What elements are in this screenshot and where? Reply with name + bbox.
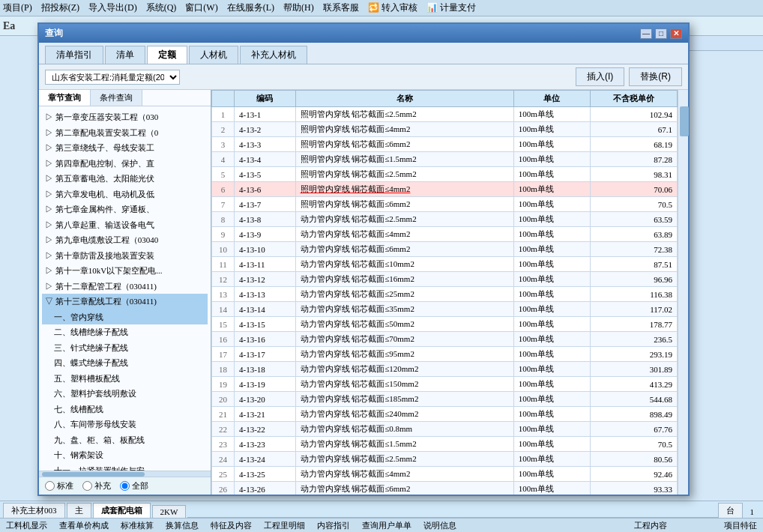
table-row[interactable]: 5 4-13-5 照明管内穿线 铜芯截面≤2.5mm2 100m单线 98.31 (212, 167, 678, 182)
cell-name[interactable]: 动力管内穿线 铝芯截面≤6mm2 (295, 242, 513, 257)
cell-code[interactable]: 4-13-24 (235, 452, 296, 467)
table-row[interactable]: 17 4-13-17 动力管内穿线 铝芯截面≤95mm2 100m单线 293.… (212, 347, 678, 362)
cell-name[interactable]: 动力管内穿线 铝芯截面≤25mm2 (295, 287, 513, 302)
menu-item-online[interactable]: 在线服务(L) (227, 1, 274, 14)
table-row[interactable]: 14 4-13-14 动力管内穿线 铝芯截面≤35mm2 100m单线 117.… (212, 302, 678, 317)
region-select[interactable]: 山东省安装工程:消耗量定额(2016) (45, 70, 180, 85)
radio-supplement[interactable]: 补充 (82, 480, 111, 492)
info-detail[interactable]: 工程里明细 (264, 520, 305, 531)
tree-scrollbar[interactable] (39, 471, 211, 477)
table-row[interactable]: 20 4-13-20 动力管内穿线 铝芯截面≤185mm2 100m单线 544… (212, 392, 678, 407)
tree-item-ch2[interactable]: ▷ 第二章配电装置安装工程（0 (42, 125, 208, 141)
table-row[interactable]: 24 4-13-24 动力管内穿线 铜芯截面≤2.5mm2 100m单线 80.… (212, 452, 678, 467)
tree-item-ch8[interactable]: ▷ 第八章起重、输送设备电气 (42, 217, 208, 233)
table-row[interactable]: 19 4-13-19 动力管内穿线 铝芯截面≤150mm2 100m单线 413… (212, 377, 678, 392)
cell-code[interactable]: 4-13-13 (235, 287, 296, 302)
menu-item-help[interactable]: 帮助(H) (283, 1, 314, 14)
cell-name[interactable]: 照明管内穿线 铜芯截面≤1.5mm2 (295, 152, 513, 167)
info-calc[interactable]: 标准核算 (121, 520, 154, 531)
cell-name[interactable]: 动力管内穿线 铜芯截面≤2.5mm2 (295, 452, 513, 467)
menu-item-bidding[interactable]: 招投标(Z) (41, 1, 79, 14)
minimize-button[interactable]: — (640, 28, 652, 39)
cell-code[interactable]: 4-13-17 (235, 347, 296, 362)
cell-code[interactable]: 4-13-14 (235, 302, 296, 317)
tree-content[interactable]: ▷ 第一章变压器安装工程（030 ▷ 第二章配电装置安装工程（0 ▷ 第三章绕线… (39, 106, 211, 471)
radio-all[interactable]: 全部 (120, 480, 148, 492)
bottom-tab-chengtao[interactable]: 成套配电箱 (93, 503, 151, 518)
tree-item-ch13-3[interactable]: 三、针式绝缘子配线 (42, 340, 208, 356)
tree-item-ch1[interactable]: ▷ 第一章变压器安装工程（030 (42, 109, 208, 125)
radio-standard[interactable]: 标准 (45, 480, 73, 492)
cell-code[interactable]: 4-13-6 (235, 182, 296, 197)
cell-code[interactable]: 4-13-10 (235, 242, 296, 257)
bottom-tab-buchong[interactable]: 补充主材003 (3, 503, 65, 518)
table-row[interactable]: 15 4-13-15 动力管内穿线 铝芯截面≤50mm2 100m单线 178.… (212, 317, 678, 332)
cell-code[interactable]: 4-13-2 (235, 122, 296, 137)
cell-code[interactable]: 4-13-7 (235, 197, 296, 212)
tab-dinge[interactable]: 定额 (147, 46, 187, 64)
cell-name[interactable]: 动力管内穿线 铝芯截面≤35mm2 (295, 302, 513, 317)
tree-item-ch6[interactable]: ▷ 第六章发电机、电动机及低 (42, 187, 208, 202)
table-row[interactable]: 22 4-13-22 动力管内穿线 铝芯截面≤0.8mm 100m单线 67.7… (212, 422, 678, 437)
tree-item-ch9[interactable]: ▷ 第九章电缆敷设工程（03040 (42, 232, 208, 248)
table-row[interactable]: 26 4-13-26 动力管内穿线 铜芯截面≤6mm2 100m单线 93.33 (212, 482, 678, 495)
tree-item-ch13[interactable]: ▽ 第十三章配线工程（030411) (42, 294, 208, 309)
menu-item-import-export[interactable]: 导入导出(D) (88, 1, 137, 14)
table-row[interactable]: 13 4-13-13 动力管内穿线 铝芯截面≤25mm2 100m单线 116.… (212, 287, 678, 302)
cell-code[interactable]: 4-13-20 (235, 392, 296, 407)
cell-code[interactable]: 4-13-1 (235, 107, 296, 122)
tree-item-ch10[interactable]: ▷ 第十章防雷及接地装置安装 (42, 248, 208, 264)
cell-name[interactable]: 动力管内穿线 铜芯截面≤4mm2 (295, 467, 513, 482)
cell-code[interactable]: 4-13-19 (235, 377, 296, 392)
table-row[interactable]: 1 4-13-1 照明管内穿线 铝芯截面≤2.5mm2 100m单线 102.9… (212, 107, 678, 122)
tree-item-ch12[interactable]: ▷ 第十二章配管工程（030411) (42, 279, 208, 294)
cell-name[interactable]: 照明管内穿线 铜芯截面≤2.5mm2 (295, 167, 513, 182)
menu-item-payment[interactable]: 📊 计量支付 (426, 1, 476, 14)
cell-code[interactable]: 4-13-16 (235, 332, 296, 347)
tree-item-ch13-6[interactable]: 六、塑料护套线明敷设 (42, 386, 208, 402)
tab-qingdan[interactable]: 清单 (105, 46, 145, 64)
cell-code[interactable]: 4-13-15 (235, 317, 296, 332)
cell-name[interactable]: 照明管内穿线 铝芯截面≤2.5mm2 (295, 107, 513, 122)
scroll-indicator[interactable] (678, 90, 688, 495)
cell-code[interactable]: 4-13-4 (235, 152, 296, 167)
info-price[interactable]: 查看单价构成 (59, 520, 109, 531)
insert-button[interactable]: 插入(I) (576, 67, 624, 86)
cell-name[interactable]: 照明管内穿线 铝芯截面≤4mm2 (295, 122, 513, 137)
menu-item-project[interactable]: 项目(P) (3, 1, 32, 14)
table-row[interactable]: 9 4-13-9 动力管内穿线 铝芯截面≤4mm2 100m单线 63.89 (212, 227, 678, 242)
info-labor[interactable]: 工料机显示 (6, 520, 47, 531)
col-name[interactable]: 名称 (295, 91, 513, 107)
table-row[interactable]: 12 4-13-12 动力管内穿线 铝芯截面≤16mm2 100m单线 96.9… (212, 272, 678, 287)
tree-item-ch13-11[interactable]: 十一、拉紧装置制作与安 (42, 463, 208, 471)
tree-item-ch13-2[interactable]: 二、线槽绝缘子配线 (42, 324, 208, 340)
table-row[interactable]: 4 4-13-4 照明管内穿线 铜芯截面≤1.5mm2 100m单线 87.28 (212, 152, 678, 167)
cell-name[interactable]: 动力管内穿线 铝芯截面≤185mm2 (295, 392, 513, 407)
col-code[interactable]: 编码 (235, 91, 296, 107)
tree-item-ch13-9[interactable]: 九、盘、柜、箱、板配线 (42, 432, 208, 448)
maximize-button[interactable]: □ (655, 28, 667, 39)
cell-code[interactable]: 4-13-3 (235, 137, 296, 152)
cell-name[interactable]: 动力管内穿线 铝芯截面≤10mm2 (295, 257, 513, 272)
table-row[interactable]: 11 4-13-11 动力管内穿线 铝芯截面≤10mm2 100m单线 87.5… (212, 257, 678, 272)
tree-tab-chapter[interactable]: 章节查询 (39, 90, 91, 106)
col-price[interactable]: 不含税单价 (591, 91, 678, 107)
cell-code[interactable]: 4-13-26 (235, 482, 296, 495)
menu-item-review[interactable]: 🔁 转入审核 (368, 1, 417, 14)
cell-name[interactable]: 动力管内穿线 铝芯截面≤120mm2 (295, 362, 513, 377)
bottom-tab-2kw[interactable]: 2KW (152, 505, 187, 518)
cell-name[interactable]: 动力管内穿线 铝芯截面≤150mm2 (295, 377, 513, 392)
table-scroll[interactable]: 编码 名称 单位 不含税单价 1 4-13-1 照明管内穿线 铝芯截面≤2.5m… (211, 90, 678, 495)
cell-name[interactable]: 动力管内穿线 铝芯截面≤0.8mm (295, 422, 513, 437)
menu-item-support[interactable]: 联系客服 (323, 1, 359, 14)
tree-item-ch13-7[interactable]: 七、线槽配线 (42, 402, 208, 417)
tree-item-ch13-5[interactable]: 五、塑料槽板配线 (42, 371, 208, 387)
close-button[interactable]: ✕ (670, 28, 682, 39)
bottom-tab-unit[interactable]: 台 (718, 503, 743, 518)
cell-name[interactable]: 动力管内穿线 铝芯截面≤70mm2 (295, 332, 513, 347)
replace-button[interactable]: 替换(R) (629, 67, 682, 86)
tree-item-ch13-10[interactable]: 十、钢索架设 (42, 447, 208, 463)
cell-name[interactable]: 照明管内穿线 铝芯截面≤6mm2 (295, 137, 513, 152)
cell-name[interactable]: 动力管内穿线 铜芯截面≤1.5mm2 (295, 437, 513, 452)
cell-code[interactable]: 4-13-8 (235, 212, 296, 227)
